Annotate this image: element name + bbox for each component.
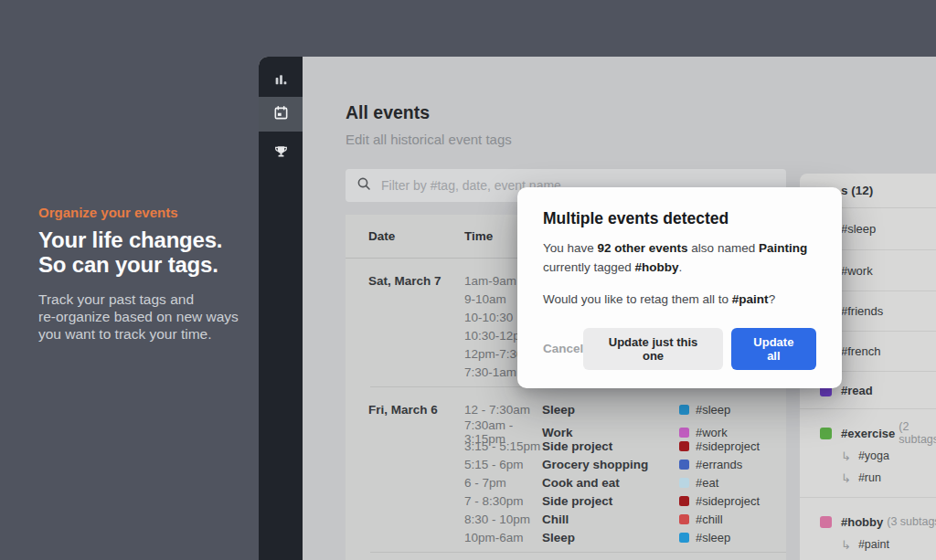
event-row[interactable]: 10pm-6am Sleep #sleep (346, 528, 786, 546)
page-title: All events (346, 102, 430, 123)
trophy-icon (273, 144, 289, 164)
tag-chip: #chill (679, 512, 786, 526)
column-header-date: Date (368, 229, 464, 243)
subtag-arrow-icon (841, 449, 851, 463)
modal-footer: Cancel Update just this one Update all (543, 328, 816, 370)
tag-chip: #sleep (679, 531, 786, 544)
tag-color-swatch (679, 478, 689, 488)
bar-chart-icon (273, 71, 289, 90)
tag-group-hobby: #hobby (3 subtags) #paint #pottery (800, 498, 936, 560)
hero-body: Track your past tags and re-organize bas… (38, 291, 269, 343)
app-sidebar (259, 57, 303, 560)
modal-body-1: You have 92 other events also named Pain… (543, 239, 816, 278)
subtag-item[interactable]: #run (800, 468, 936, 488)
subtag-count: (2 subtags) (899, 420, 936, 446)
sidebar-item-stats[interactable] (259, 62, 303, 99)
subtag-count: (3 subtags) (887, 515, 936, 528)
subtag-item[interactable]: #pottery (800, 556, 936, 560)
date-group: Fri, March 6 12 - 7:30am Sleep #sleep 7:… (346, 400, 786, 546)
event-row[interactable]: 3:15 - 5:15pm Side project #sideproject (346, 437, 786, 455)
modal-body-2: Would you like to retag them all to #pai… (543, 291, 816, 310)
sidebar-item-achievements[interactable] (259, 135, 303, 172)
multiple-events-modal: Multiple events detected You have 92 oth… (517, 187, 842, 388)
row-date: Fri, March 6 (368, 403, 464, 417)
hero-eyebrow: Organize your events (38, 205, 269, 220)
event-row[interactable]: 6 - 7pm Cook and eat #eat (346, 473, 786, 491)
update-just-this-one-button[interactable]: Update just this one (583, 328, 722, 370)
subtag-arrow-icon (841, 471, 851, 485)
search-icon (356, 176, 371, 195)
update-all-button[interactable]: Update all (731, 328, 816, 370)
subtag-item[interactable]: #paint (800, 534, 936, 555)
tag-color-swatch (679, 428, 689, 438)
modal-title: Multiple events detected (543, 209, 816, 228)
event-row[interactable]: Fri, March 6 12 - 7:30am Sleep #sleep (346, 400, 786, 418)
hero-text-block: Organize your events Your life changes. … (38, 205, 269, 343)
tag-chip: #errands (679, 458, 786, 471)
event-row[interactable]: 5:15 - 6pm Grocery shopping #errands (346, 455, 786, 473)
tag-chip: #sideproject (679, 439, 786, 453)
tag-list-item[interactable]: #hobby (3 subtags) (800, 511, 936, 533)
tag-group-exercise: #exercise (2 subtags) #yoga #run (800, 409, 936, 498)
sidebar-item-calendar-active[interactable] (259, 97, 303, 132)
tag-color-swatch (820, 516, 832, 528)
tag-color-swatch (679, 533, 689, 543)
calendar-icon (273, 105, 289, 124)
tag-color-swatch (679, 441, 689, 451)
event-row[interactable]: 7:30am - 3:15pm Work #work (346, 418, 786, 437)
page: Organize your events Your life changes. … (0, 0, 936, 560)
tag-color-swatch (679, 514, 689, 524)
tag-chip: #work (679, 426, 786, 439)
subtag-item[interactable]: #yoga (800, 446, 936, 466)
tag-chip: #eat (679, 476, 786, 490)
tag-chip: #sleep (679, 403, 786, 417)
group-divider (370, 552, 786, 553)
tag-color-swatch (679, 460, 689, 470)
row-date: Sat, March 7 (368, 274, 464, 288)
event-row[interactable]: 7 - 8:30pm Side project #sideproject (346, 491, 786, 510)
tag-chip: #sideproject (679, 494, 786, 508)
subtag-arrow-icon (841, 538, 851, 552)
tag-color-swatch (820, 428, 832, 439)
tag-list-item[interactable]: #exercise (2 subtags) (800, 422, 936, 444)
page-subtitle: Edit all historical event tags (346, 132, 512, 147)
tag-color-swatch (679, 405, 689, 415)
event-row[interactable]: 8:30 - 10pm Chill #chill (346, 510, 786, 528)
tag-color-swatch (679, 496, 689, 506)
hero-heading: Your life changes. So can your tags. (38, 227, 269, 277)
cancel-button[interactable]: Cancel (543, 342, 583, 355)
